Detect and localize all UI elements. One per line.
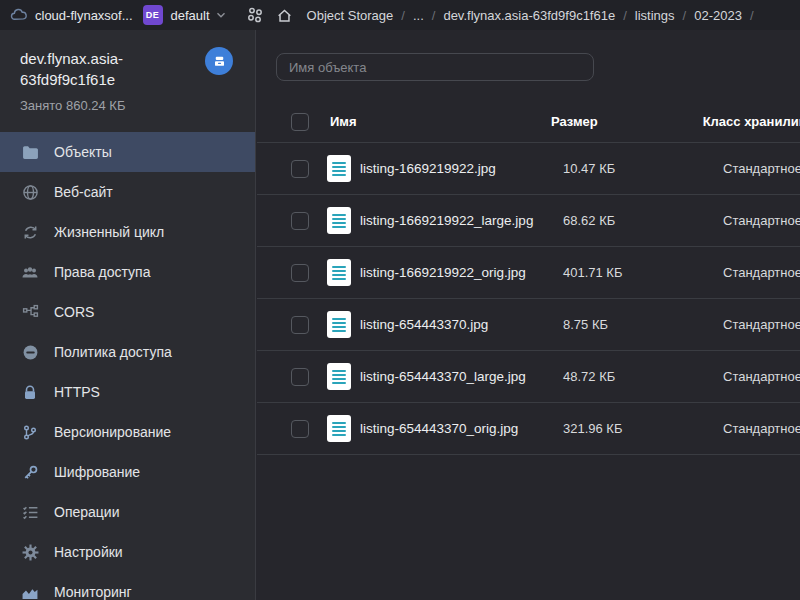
object-storage-class: Стандартное [723,317,800,332]
breadcrumb-separator: / [623,8,627,23]
breadcrumb-separator: / [683,8,687,23]
breadcrumb-separator: / [432,8,436,23]
breadcrumb-bucket[interactable]: dev.flynax.asia-63fd9f9c1f61e [443,8,615,23]
bucket-header: dev.flynax.asia-63fd9f9c1f61e Занято 860… [0,30,255,113]
folder-selector[interactable]: default [171,8,210,23]
select-all-checkbox[interactable] [291,113,309,131]
file-icon [327,311,351,338]
table-row[interactable]: listing-654443370_orig.jpg 321.96 КБ Ста… [257,403,800,455]
object-size: 10.47 КБ [563,161,723,176]
sidebar-item-label: Операции [54,504,120,520]
globe-icon [21,183,39,201]
sidebar-item-label: Настройки [54,544,123,560]
object-name-link[interactable]: listing-654443370_large.jpg [360,369,526,384]
sidebar-item-label: Версионирование [54,424,171,440]
object-name-link[interactable]: listing-654443370_orig.jpg [360,421,518,436]
sidebar-item-access-rights[interactable]: Права доступа [0,252,255,292]
object-name-link[interactable]: listing-654443370.jpg [360,317,488,332]
breadcrumb: Object Storage / ... / dev.flynax.asia-6… [307,8,762,23]
bucket-usage: Занято 860.24 КБ [20,98,235,113]
file-icon [327,207,351,234]
table-row[interactable]: listing-1669219922.jpg 10.47 КБ Стандарт… [257,143,800,195]
table-header-row: Имя Размер Класс хранилища [257,101,800,143]
folder-badge[interactable]: DE [143,5,163,25]
breadcrumb-object-storage[interactable]: Object Storage [307,8,394,23]
branch-icon [21,423,39,441]
sidebar-item-objects[interactable]: Объекты [0,132,255,172]
sidebar-item-settings[interactable]: Настройки [0,532,255,572]
chevron-down-icon[interactable] [214,8,228,22]
sidebar-nav: Объекты Веб-сайт Жизненный цикл [0,132,255,600]
cloud-switcher[interactable]: cloud-flynaxsof... [35,8,133,23]
row-checkbox[interactable] [291,368,309,386]
file-icon [327,259,351,286]
nodes-icon [21,303,39,321]
file-icon [327,155,351,182]
breadcrumb-current-folder[interactable]: 02-2023 [694,8,742,23]
object-name-link[interactable]: listing-1669219922_orig.jpg [360,265,526,280]
list-check-icon [21,503,39,521]
chart-icon [21,583,39,600]
column-header-storage-class: Класс хранилища [703,114,800,129]
breadcrumb-ellipsis[interactable]: ... [413,8,424,23]
sidebar-item-access-policy[interactable]: Политика доступа [0,332,255,372]
row-checkbox[interactable] [291,264,309,282]
row-checkbox[interactable] [291,160,309,178]
object-size: 48.72 КБ [563,369,723,384]
sidebar-item-label: Жизненный цикл [54,224,164,240]
sidebar-item-monitoring[interactable]: Мониторинг [0,572,255,600]
key-icon [21,463,39,481]
sidebar-item-encryption[interactable]: Шифрование [0,452,255,492]
column-header-name: Имя [327,114,551,129]
file-icon [327,363,351,390]
sidebar-item-label: Объекты [54,144,112,160]
object-name-link[interactable]: listing-1669219922_large.jpg [360,213,533,228]
sidebar-item-label: Права доступа [54,264,150,280]
bucket-name: dev.flynax.asia-63fd9f9c1f61e [20,48,172,90]
row-checkbox[interactable] [291,420,309,438]
folder-icon [21,143,39,161]
sidebar-item-label: Мониторинг [54,584,132,600]
breadcrumb-separator: / [401,8,405,23]
sidebar-item-lifecycle[interactable]: Жизненный цикл [0,212,255,252]
objects-table: Имя Размер Класс хранилища listing-16692… [257,101,800,455]
sidebar-item-label: Шифрование [54,464,140,480]
sidebar-item-label: Политика доступа [54,344,172,360]
column-header-size: Размер [551,114,703,129]
gear-icon [21,543,39,561]
file-icon [327,415,351,442]
minus-circle-icon [21,343,39,361]
breadcrumb-listings[interactable]: listings [635,8,675,23]
sidebar-item-https[interactable]: HTTPS [0,372,255,412]
lock-icon [21,383,39,401]
object-storage-class: Стандартное [723,265,800,280]
object-name-link[interactable]: listing-1669219922.jpg [360,161,496,176]
row-checkbox[interactable] [291,212,309,230]
top-bar: cloud-flynaxsof... DE default Object Sto… [0,0,800,30]
sidebar: dev.flynax.asia-63fd9f9c1f61e Занято 860… [0,30,256,600]
object-storage-class: Стандартное [723,369,800,384]
table-row[interactable]: listing-654443370.jpg 8.75 КБ Стандартно… [257,299,800,351]
object-storage-class: Стандартное [723,421,800,436]
breadcrumb-separator: / [750,8,754,23]
sidebar-item-website[interactable]: Веб-сайт [0,172,255,212]
table-row[interactable]: listing-654443370_large.jpg 48.72 КБ Ста… [257,351,800,403]
search-input[interactable] [276,53,594,81]
table-row[interactable]: listing-1669219922_large.jpg 68.62 КБ Ст… [257,195,800,247]
bucket-upload-button[interactable] [205,47,233,75]
objects-panel: Имя Размер Класс хранилища listing-16692… [257,30,800,600]
home-icon[interactable] [276,7,293,24]
object-size: 68.62 КБ [563,213,723,228]
object-storage-class: Стандартное [723,161,800,176]
object-size: 321.96 КБ [563,421,723,436]
cloud-icon [10,7,28,23]
sidebar-item-operations[interactable]: Операции [0,492,255,532]
sidebar-item-versioning[interactable]: Версионирование [0,412,255,452]
sidebar-item-label: HTTPS [54,384,100,400]
row-checkbox[interactable] [291,316,309,334]
table-row[interactable]: listing-1669219922_orig.jpg 401.71 КБ Ст… [257,247,800,299]
users-icon [21,263,39,281]
object-size: 401.71 КБ [563,265,723,280]
all-services-icon[interactable] [246,6,264,24]
sidebar-item-cors[interactable]: CORS [0,292,255,332]
